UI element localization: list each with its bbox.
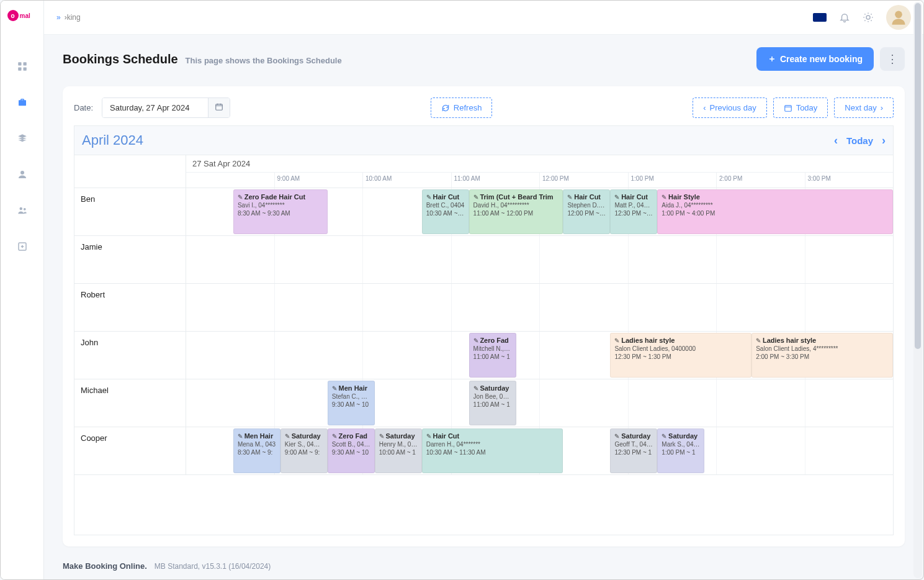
next-day-label: Next day [845, 103, 876, 112]
booking-card[interactable]: Ladies hair styleSalon Client Ladies, 4*… [751, 333, 893, 378]
locale-flag-au[interactable] [813, 13, 827, 22]
booking-title: Saturday [614, 432, 653, 440]
scrollbar-vertical[interactable] [913, 2, 922, 578]
sidebar-item-dashboard[interactable] [10, 54, 35, 79]
booking-time: 12:30 PM ~ 1 [614, 448, 653, 456]
month-next-button[interactable]: › [882, 134, 886, 147]
calendar-button[interactable] [208, 98, 230, 117]
booking-client: Stefan C., 047 [332, 392, 370, 401]
booking-card[interactable]: Zero FadScott B., 04279:30 AM ~ 10 [328, 428, 375, 473]
month-navigator: April 2024 ‹ Today › [74, 125, 894, 155]
booking-card[interactable]: SaturdayGeoff T., 041112:30 PM ~ 1 [610, 428, 657, 473]
chevron-left-icon: ‹ [703, 103, 706, 112]
hour-label: 1:00 PM [628, 173, 717, 188]
hour-label: 12:00 PM [539, 173, 628, 188]
sidebar-item-reports[interactable] [10, 234, 35, 259]
booking-card[interactable]: Zero FadMitchell N., 0411:00 AM ~ 1 [469, 333, 516, 378]
booking-client: Kier S., 04257 [285, 440, 323, 448]
sidebar-item-services[interactable] [10, 126, 35, 151]
staff-name: Ben [74, 188, 186, 235]
staff-timeline[interactable]: Men HairMena M., 0438:30 AM ~ 9:Saturday… [186, 427, 893, 474]
booking-card[interactable]: Men HairStefan C., 0479:30 AM ~ 10 [328, 381, 375, 425]
booking-title: Trim (Cut + Beard Trim [473, 193, 559, 201]
sidebar-item-clients[interactable] [10, 162, 35, 187]
booking-card[interactable]: Hair CutBrett C., 040410:30 AM ~ 11 [422, 189, 469, 234]
booking-card[interactable]: Trim (Cut + Beard TrimDavid H., 04******… [469, 189, 563, 234]
plus-square-icon [17, 241, 28, 252]
hour-label: 11:00 AM [451, 173, 540, 188]
logo-text: mal [20, 12, 30, 19]
booking-time: 1:00 PM ~ 1 [662, 448, 700, 456]
booking-title: Saturday [379, 432, 418, 440]
footer: Make Booking Online. MB Standard, v15.3.… [44, 553, 923, 579]
month-prev-button[interactable]: ‹ [834, 134, 838, 147]
booking-time: 8:30 AM ~ 9: [238, 448, 276, 456]
booking-time: 10:30 AM ~ 11:30 AM [426, 448, 559, 456]
svg-point-8 [866, 16, 870, 19]
footer-version: MB Standard, v15.3.1 (16/04/2024) [155, 562, 271, 571]
booking-title: Zero Fade Hair Cut [238, 193, 323, 201]
date-input[interactable] [102, 98, 208, 117]
booking-time: 8:30 AM ~ 9:30 AM [238, 209, 323, 217]
booking-card[interactable]: SaturdayKier S., 042579:00 AM ~ 9: [280, 428, 328, 473]
today-button[interactable]: Today [773, 97, 828, 118]
booking-card[interactable]: Zero Fade Hair CutSavi I., 04********8:3… [233, 189, 328, 234]
svg-rect-1 [23, 62, 26, 65]
svg-point-4 [20, 171, 24, 174]
booking-card[interactable]: Hair StyleAida J., 04*********1:00 PM ~ … [657, 189, 893, 234]
sidebar-item-team[interactable] [10, 198, 35, 223]
sidebar-item-bookings[interactable] [10, 90, 35, 115]
booking-card[interactable]: SaturdayHenry M., 04310:00 AM ~ 1 [375, 428, 422, 473]
booking-title: Saturday [285, 432, 323, 440]
refresh-icon [441, 104, 450, 112]
svg-point-9 [895, 11, 902, 19]
staff-timeline[interactable]: Zero Fade Hair CutSavi I., 04********8:3… [186, 188, 893, 235]
booking-client: Salon Client Ladies, 4********* [756, 345, 889, 353]
booking-card[interactable]: Men HairMena M., 0438:30 AM ~ 9: [233, 428, 280, 473]
month-today-button[interactable]: Today [846, 135, 873, 146]
create-booking-button[interactable]: ＋ Create new booking [756, 47, 874, 71]
scrollbar-thumb[interactable] [915, 3, 921, 349]
svg-rect-2 [18, 68, 21, 71]
previous-day-button[interactable]: ‹ Previous day [693, 97, 767, 118]
staff-row: JohnZero FadMitchell N., 0411:00 AM ~ 1L… [74, 332, 893, 379]
schedule-body[interactable]: BenZero Fade Hair CutSavi I., 04********… [74, 188, 893, 535]
booking-time: 12:30 PM ~ 1: [614, 209, 653, 217]
booking-client: Brett C., 0404 [426, 201, 465, 209]
booking-title: Zero Fad [332, 432, 370, 440]
booking-card[interactable]: Hair CutStephen D., 0412:00 PM ~ 1: [563, 189, 610, 234]
svg-point-5 [19, 207, 22, 211]
booking-client: Savi I., 04******** [238, 201, 323, 209]
staff-timeline[interactable]: Men HairStefan C., 0479:30 AM ~ 10Saturd… [186, 379, 893, 427]
booking-card[interactable]: SaturdayMark S., 04391:00 PM ~ 1 [657, 428, 704, 473]
booking-title: Saturday [473, 384, 512, 392]
user-icon [17, 169, 28, 180]
booking-title: Hair Cut [567, 193, 606, 201]
sun-icon[interactable] [863, 12, 874, 23]
booking-title: Ladies hair style [756, 336, 889, 345]
staff-timeline[interactable] [186, 284, 893, 331]
bell-icon[interactable] [839, 12, 850, 23]
booking-client: Mark S., 0439 [662, 440, 700, 448]
avatar[interactable] [886, 5, 911, 30]
booking-card[interactable]: SaturdayJon Bee, 040911:00 AM ~ 1 [469, 381, 516, 425]
staff-timeline[interactable] [186, 236, 893, 283]
hour-label [186, 173, 274, 188]
booking-title: Hair Cut [426, 432, 559, 440]
booking-time: 2:00 PM ~ 3:30 PM [756, 353, 889, 361]
booking-card[interactable]: Ladies hair styleSalon Client Ladies, 04… [610, 333, 751, 378]
booking-card[interactable]: Hair CutMatt P., 0414412:30 PM ~ 1: [610, 189, 657, 234]
more-actions-button[interactable]: ⋮ [880, 47, 905, 71]
date-picker[interactable] [102, 97, 230, 118]
refresh-button[interactable]: Refresh [431, 97, 493, 118]
booking-client: Jon Bee, 0409 [473, 392, 512, 401]
booking-card[interactable]: Hair CutDarren H., 04*******10:30 AM ~ 1… [422, 428, 563, 473]
svg-rect-0 [18, 62, 21, 65]
booking-time: 10:00 AM ~ 1 [379, 448, 418, 456]
next-day-button[interactable]: Next day › [834, 97, 894, 118]
logo-icon: o [7, 10, 19, 21]
refresh-label: Refresh [454, 103, 482, 112]
staff-timeline[interactable]: Zero FadMitchell N., 0411:00 AM ~ 1Ladie… [186, 332, 893, 379]
staff-row: BenZero Fade Hair CutSavi I., 04********… [74, 188, 893, 236]
hour-label: 10:00 AM [362, 173, 451, 188]
